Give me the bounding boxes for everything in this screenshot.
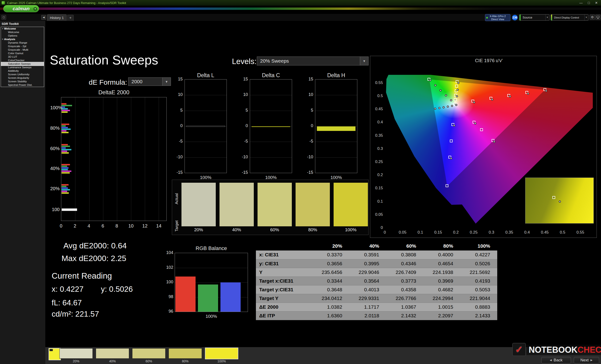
- sidebar-item-saturation-sweeps[interactable]: Saturation Sweeps: [1, 62, 44, 66]
- sidebar-item-color-gamut[interactable]: Color Gamut: [1, 52, 44, 55]
- display-icon[interactable]: [595, 15, 601, 20]
- current-xy: x: 0.4227y: 0.5026: [52, 285, 133, 294]
- de-bar-green: [61, 146, 70, 147]
- window-title: Calman 2025 Calman Ultimate for Business…: [7, 1, 126, 5]
- axis-tick-label: 0: [59, 223, 63, 229]
- table-row-label: Target Y: [256, 294, 312, 303]
- measured-marker-cyan: [442, 106, 445, 108]
- table-cell: 2.0118: [349, 311, 386, 320]
- back-button[interactable]: ◀ Back: [541, 357, 571, 363]
- sidebar-item-welcome[interactable]: Welcome: [1, 30, 44, 34]
- axis-tick-label: 0.55: [576, 230, 585, 235]
- axis-tick-label: 98: [164, 294, 173, 299]
- axis-tick-label: 0.35: [372, 133, 383, 138]
- results-table-container: 20%40%60%80%100%x: CIE310.33700.35910.38…: [256, 242, 497, 320]
- rgb-bar-blue: [220, 282, 241, 312]
- sidebar-item-screen-stability[interactable]: Screen Stability: [1, 80, 44, 83]
- delta-bar: [186, 126, 225, 127]
- thumbnail-20[interactable]: [60, 348, 93, 359]
- minimize-button[interactable]: —: [579, 1, 583, 5]
- sidebar-collapse-button[interactable]: ◀: [41, 15, 46, 20]
- meter-mode: Direct View: [485, 18, 510, 21]
- measured-marker-red: [491, 98, 493, 101]
- table-cell: 0.4346: [386, 259, 423, 268]
- add-tab-button[interactable]: +: [67, 15, 74, 21]
- sidebar-item-additivity[interactable]: Additivity: [1, 69, 44, 73]
- table-row: x: CIE310.33700.35910.38080.40000.4227: [256, 250, 497, 259]
- table-col-header: 40%: [349, 242, 386, 250]
- thumbnail-label: 80%: [169, 359, 202, 363]
- sidebar-item-label: Analysis: [4, 38, 15, 41]
- thumbnail-40[interactable]: [96, 348, 129, 359]
- axis-tick-label: 0: [372, 225, 383, 230]
- calman-logo-text: calman: [13, 6, 30, 11]
- sidebar: SDR Toolkit ▿WelcomeWelcomeOptions▿Analy…: [0, 21, 45, 364]
- levels-dropdown[interactable]: 20% Sweeps ▼: [257, 57, 369, 66]
- table-cell: 1.1717: [349, 303, 386, 311]
- thumbnail-60[interactable]: [132, 348, 166, 359]
- table-row-label: Y: [256, 268, 312, 277]
- table-cell: 224.1938: [423, 268, 460, 277]
- thumbnail-80[interactable]: [169, 348, 202, 359]
- table-row-label: ΔE 2000: [256, 303, 312, 311]
- target-marker-yellow: [455, 85, 458, 87]
- rgb-balance-plot: [175, 253, 248, 312]
- source-dropdown[interactable]: Source ▼: [519, 14, 549, 21]
- table-cell: 0.4682: [423, 285, 460, 294]
- tab-history-1[interactable]: History 1: [47, 14, 67, 21]
- de-bar-yellow: [61, 111, 68, 113]
- sidebar-item-options[interactable]: Options: [1, 34, 44, 38]
- de-formula-dropdown[interactable]: 2000 ▼: [128, 77, 171, 86]
- chevron-right-icon: ▶: [591, 359, 592, 362]
- sidebar-item-dynamic-range[interactable]: Dynamic Range: [1, 41, 44, 45]
- close-button[interactable]: ✕: [595, 1, 598, 5]
- sidebar-item-grayscale-multi[interactable]: Grayscale - Multi: [1, 48, 44, 52]
- sidebar-item-analysis[interactable]: ▿Analysis: [1, 38, 44, 41]
- chevron-down-icon: ▼: [33, 7, 37, 11]
- display-control-dropdown[interactable]: Direct Display Control ▼: [551, 14, 588, 21]
- axis-tick-label: 102: [164, 265, 173, 270]
- sidebar-item-3d-lut[interactable]: 3D LUT: [1, 55, 44, 59]
- sidebar-item-spectral-power-dist[interactable]: Spectral Power Dist.: [1, 83, 44, 87]
- delta-c-chart: Delta C 100% 151050-5-10-15: [239, 72, 294, 178]
- table-cell: 0.3344: [312, 277, 349, 285]
- axis-tick-label: 0: [239, 123, 248, 128]
- cie-zoom-inset: [525, 178, 594, 223]
- table-row: ΔE ITP1.63602.01182.14322.20972.1433: [256, 311, 497, 320]
- sidebar-item-colorchecker[interactable]: ColorChecker: [1, 59, 44, 62]
- axis-label: 100%: [175, 314, 248, 319]
- sidebar-item-screen-angularity[interactable]: Screen Angularity: [1, 76, 44, 80]
- de-bar-red: [61, 184, 69, 185]
- thumbnail-100[interactable]: [205, 348, 238, 359]
- chevron-left-icon: ◀: [550, 359, 552, 362]
- meter-connection-button[interactable]: X-Rite i1Pro 2 Direct View: [485, 14, 510, 21]
- cie-1976-chart: CIE 1976 u'v' 000.050.050.10.10.150.150.…: [370, 56, 597, 238]
- de-bar-red: [61, 144, 68, 145]
- sidebar-item-luminance-sweeps[interactable]: Luminance Sweeps: [1, 66, 44, 69]
- table-cell: 221.5692: [460, 268, 497, 277]
- sidebar-item-screen-uniformity[interactable]: Screen Uniformity: [1, 73, 44, 76]
- next-button[interactable]: Next ▶: [574, 357, 599, 363]
- table-row: Y235.6456229.9046226.7409224.1938221.569…: [256, 268, 497, 277]
- de-bar-green: [61, 125, 66, 127]
- settings-gear-icon[interactable]: ⚙: [590, 15, 595, 20]
- selected-patch-thumbnail[interactable]: [49, 348, 61, 360]
- sidebar-item-welcome[interactable]: ▿Welcome: [1, 27, 44, 30]
- gridline: [89, 97, 90, 221]
- sidebar-item-grayscale-2pt[interactable]: Grayscale - 2pt: [1, 45, 44, 48]
- measured-marker-blue: [450, 157, 452, 160]
- reading-count-badge[interactable]: 236: [512, 15, 518, 20]
- de-bar-red: [61, 164, 70, 165]
- de-bar-cyan: [61, 189, 70, 191]
- workspace-icon[interactable]: [1, 15, 6, 20]
- sidebar-item-label: Screen Angularity: [8, 76, 29, 80]
- maximize-button[interactable]: □: [588, 1, 590, 5]
- calman-menu-button[interactable]: calman ▼: [3, 5, 39, 12]
- axis-tick-label: 104: [164, 250, 173, 255]
- rgb-bar-green: [198, 285, 218, 312]
- axis-tick-label: 0.15: [433, 230, 443, 235]
- gridline: [250, 157, 292, 158]
- gridline: [131, 97, 131, 221]
- measured-marker-cyan: [451, 105, 453, 107]
- table-cell: 0.4654: [423, 259, 460, 268]
